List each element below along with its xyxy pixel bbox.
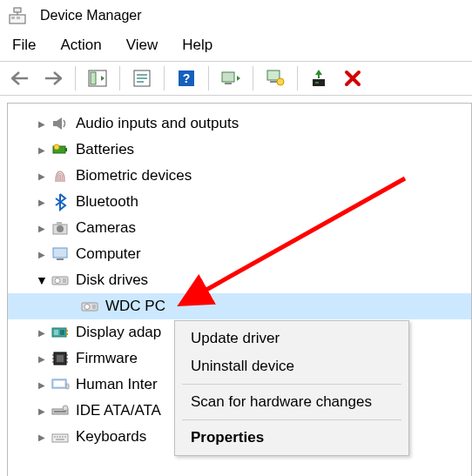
chevron-right-icon[interactable]: ▶ bbox=[34, 198, 50, 207]
svg-rect-6 bbox=[91, 72, 96, 84]
svg-rect-63 bbox=[64, 436, 66, 438]
camera-icon bbox=[50, 218, 71, 238]
svg-rect-35 bbox=[63, 278, 66, 283]
uninstall-button[interactable] bbox=[338, 65, 367, 91]
svg-point-37 bbox=[84, 305, 90, 310]
ctx-uninstall-device[interactable]: Uninstall device bbox=[175, 352, 408, 380]
computer-icon bbox=[50, 244, 71, 265]
chevron-right-icon[interactable]: ▶ bbox=[34, 250, 50, 259]
svg-rect-38 bbox=[92, 305, 96, 309]
svg-rect-43 bbox=[66, 333, 68, 335]
titlebar: Device Manager bbox=[0, 0, 472, 31]
menu-action[interactable]: Action bbox=[60, 37, 101, 54]
svg-point-29 bbox=[57, 225, 64, 232]
menu-help[interactable]: Help bbox=[182, 37, 212, 54]
toolbar-separator bbox=[253, 66, 253, 91]
svg-marker-15 bbox=[237, 76, 240, 81]
tree-label: Batteries bbox=[76, 141, 134, 158]
tree-label: Disk drives bbox=[76, 272, 148, 289]
chevron-right-icon[interactable]: ▶ bbox=[34, 380, 50, 390]
svg-rect-17 bbox=[267, 70, 280, 80]
help-button[interactable]: ? bbox=[172, 65, 201, 91]
tree-label: IDE ATA/ATA bbox=[76, 402, 161, 419]
tree-node-computer[interactable]: ▶ Computer bbox=[8, 241, 471, 267]
context-menu-separator bbox=[182, 419, 401, 420]
context-menu-separator bbox=[182, 384, 401, 385]
svg-rect-62 bbox=[62, 436, 64, 438]
svg-point-57 bbox=[63, 406, 68, 411]
ctx-update-driver[interactable]: Update driver bbox=[175, 325, 408, 352]
tree-node-cameras[interactable]: ▶ Cameras bbox=[8, 215, 471, 241]
chevron-right-icon[interactable]: ▶ bbox=[34, 432, 50, 442]
svg-marker-22 bbox=[315, 70, 322, 78]
battery-icon bbox=[50, 139, 71, 160]
svg-rect-2 bbox=[11, 17, 15, 19]
disk-drive-icon bbox=[79, 296, 100, 317]
chevron-down-icon[interactable]: ⯆ bbox=[34, 276, 50, 285]
svg-rect-42 bbox=[66, 330, 68, 332]
chevron-right-icon[interactable]: ▶ bbox=[34, 354, 50, 364]
chevron-right-icon[interactable]: ▶ bbox=[34, 119, 50, 129]
svg-rect-31 bbox=[53, 248, 67, 258]
svg-rect-23 bbox=[53, 121, 57, 126]
tree-label: Keyboards bbox=[76, 428, 146, 446]
hid-icon bbox=[50, 374, 71, 395]
speaker-icon bbox=[50, 113, 71, 134]
keyboard-icon bbox=[50, 426, 71, 447]
tree-label: Biometric devices bbox=[76, 167, 192, 184]
menu-view[interactable]: View bbox=[126, 37, 158, 54]
toolbar-separator bbox=[75, 66, 76, 91]
svg-rect-14 bbox=[222, 72, 234, 82]
svg-rect-0 bbox=[14, 8, 21, 12]
app-icon bbox=[7, 5, 28, 26]
svg-rect-3 bbox=[17, 17, 20, 19]
menu-file[interactable]: File bbox=[12, 37, 36, 54]
chevron-right-icon[interactable]: ▶ bbox=[34, 224, 50, 233]
window-title: Device Manager bbox=[40, 8, 142, 23]
fingerprint-icon bbox=[50, 165, 71, 186]
bluetooth-icon bbox=[50, 191, 71, 212]
tree-node-disk-drives[interactable]: ⯆ Disk drives bbox=[8, 267, 471, 293]
toolbar: ? bbox=[0, 61, 472, 96]
scan-hardware-button[interactable] bbox=[216, 65, 246, 91]
chevron-right-icon[interactable]: ▶ bbox=[34, 145, 50, 155]
toolbar-separator bbox=[297, 66, 298, 91]
svg-rect-40 bbox=[54, 330, 58, 335]
svg-rect-30 bbox=[57, 222, 62, 225]
tree-node-disk-child[interactable]: WDC PC bbox=[8, 293, 471, 319]
properties-button[interactable] bbox=[127, 65, 157, 91]
svg-text:?: ? bbox=[183, 71, 191, 85]
tree-label: Computer bbox=[76, 245, 141, 263]
svg-rect-64 bbox=[56, 439, 64, 440]
show-hide-tree-button[interactable] bbox=[83, 65, 112, 91]
update-driver-button[interactable] bbox=[260, 65, 290, 91]
svg-rect-41 bbox=[60, 330, 64, 335]
svg-rect-60 bbox=[57, 436, 58, 438]
svg-rect-21 bbox=[315, 82, 319, 84]
firmware-icon bbox=[50, 348, 71, 369]
svg-rect-16 bbox=[225, 83, 232, 84]
tree-node-audio[interactable]: ▶ Audio inputs and outputs bbox=[8, 111, 471, 137]
svg-marker-7 bbox=[101, 76, 105, 81]
chevron-right-icon[interactable]: ▶ bbox=[34, 171, 50, 181]
back-button[interactable] bbox=[5, 65, 35, 91]
tree-node-bluetooth[interactable]: ▶ Bluetooth bbox=[8, 189, 471, 215]
forward-button[interactable] bbox=[38, 65, 68, 91]
chevron-right-icon[interactable]: ▶ bbox=[34, 328, 50, 338]
svg-point-27 bbox=[54, 144, 59, 150]
tree-node-batteries[interactable]: ▶ Batteries bbox=[8, 137, 471, 163]
svg-rect-18 bbox=[270, 81, 277, 83]
svg-rect-61 bbox=[59, 436, 61, 438]
svg-rect-54 bbox=[66, 384, 69, 389]
tree-node-biometric[interactable]: ▶ Biometric devices bbox=[8, 163, 471, 189]
svg-point-19 bbox=[277, 78, 284, 85]
chevron-right-icon[interactable]: ▶ bbox=[34, 406, 50, 416]
tree-label: Display adap bbox=[76, 324, 161, 341]
ctx-properties[interactable]: Properties bbox=[175, 424, 408, 452]
install-legacy-button[interactable] bbox=[305, 65, 334, 91]
tree-label: Audio inputs and outputs bbox=[76, 115, 239, 132]
ctx-scan-hardware[interactable]: Scan for hardware changes bbox=[175, 388, 408, 416]
svg-rect-32 bbox=[57, 258, 64, 260]
tree-label: Firmware bbox=[76, 350, 138, 367]
context-menu: Update driver Uninstall device Scan for … bbox=[174, 320, 409, 456]
